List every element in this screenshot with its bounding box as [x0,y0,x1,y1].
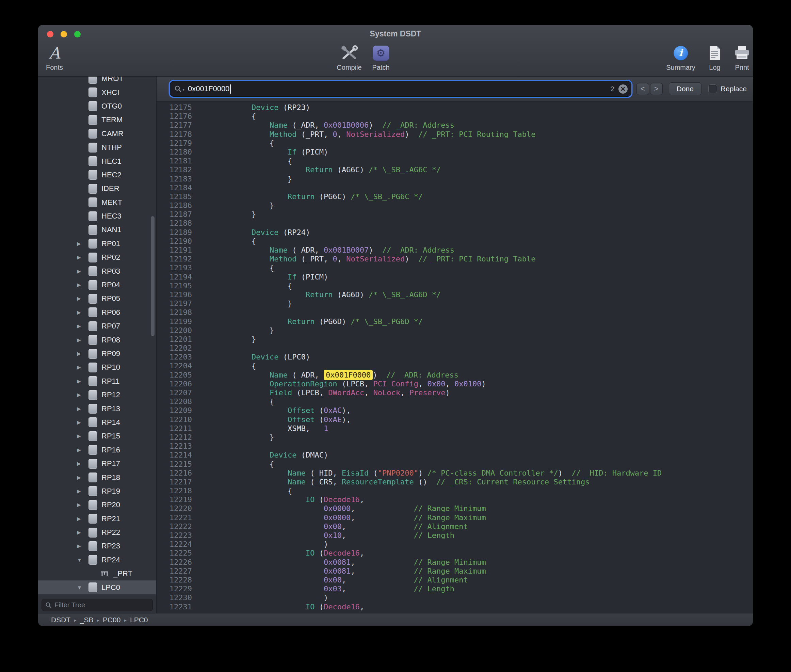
sidebar-item-nthp[interactable]: NTHP [38,141,156,154]
sidebar-item-hec1[interactable]: HEC1 [38,154,156,168]
compile-button[interactable]: Compile [337,43,361,72]
line-number: 12185 [157,192,192,201]
sidebar-item-nan1[interactable]: NAN1 [38,223,156,237]
breadcrumb-item-lpc0[interactable]: LPC0 [130,616,148,624]
sidebar-item-label: RP20 [101,501,120,509]
disclosure-triangle-icon[interactable]: ▶ [77,364,88,370]
disclosure-triangle-icon[interactable]: ▶ [77,392,88,398]
sidebar-item-rp05[interactable]: ▶RP05 [38,292,156,306]
search-match-highlight: 0x001F0000 [324,370,373,380]
sidebar-item-rp17[interactable]: ▶RP17 [38,457,156,470]
search-field[interactable]: ▾ 0x001F0000 2 ✕ [170,82,631,96]
disclosure-triangle-icon[interactable]: ▶ [77,254,88,261]
sidebar-item-rp04[interactable]: ▶RP04 [38,278,156,292]
sidebar-item-otg0[interactable]: OTG0 [38,99,156,113]
replace-checkbox[interactable] [708,85,717,93]
disclosure-triangle-icon[interactable]: ▶ [77,502,88,508]
scope-icon [88,115,97,125]
code-line: Name (_HID, EisaId ("PNP0200") /* PC-cla… [216,469,753,478]
disclosure-triangle-icon[interactable]: ▼ [77,584,88,590]
print-button[interactable]: Print [734,43,750,72]
search-menu-chevron-icon[interactable]: ▾ [182,87,184,92]
sidebar-item-rp06[interactable]: ▶RP06 [38,306,156,319]
filter-tree-input[interactable] [54,601,149,609]
sidebar-item-lpc0[interactable]: ▼LPC0 [38,581,156,594]
disclosure-triangle-icon[interactable]: ▶ [77,406,88,412]
disclosure-triangle-icon[interactable]: ▶ [77,241,88,247]
disclosure-triangle-icon[interactable]: ▶ [77,309,88,315]
sidebar-item-mekt[interactable]: MEKT [38,196,156,210]
disclosure-triangle-icon[interactable]: ▶ [77,461,88,467]
sidebar-scrollbar[interactable] [151,216,155,336]
sidebar-item-rp12[interactable]: ▶RP12 [38,388,156,402]
patch-button[interactable]: ⚙ Patch [372,43,389,72]
sidebar-item-xhci[interactable]: XHCI [38,85,156,99]
disclosure-triangle-icon[interactable]: ▶ [77,530,88,536]
sidebar-item-rp14[interactable]: ▶RP14 [38,416,156,429]
sidebar-item-rp11[interactable]: ▶RP11 [38,374,156,388]
sidebar-item-rp13[interactable]: ▶RP13 [38,402,156,415]
clear-search-button[interactable]: ✕ [618,85,628,94]
sidebar-item-rp08[interactable]: ▶RP08 [38,333,156,347]
sidebar-item-rp19[interactable]: ▶RP19 [38,485,156,498]
sidebar-item-ider[interactable]: IDER [38,182,156,195]
sidebar-item-term[interactable]: TERM [38,113,156,126]
scope-icon [88,266,97,276]
previous-match-button[interactable]: < [636,83,649,95]
disclosure-triangle-icon[interactable]: ▶ [77,296,88,302]
sidebar-item-rp22[interactable]: ▶RP22 [38,526,156,539]
line-number: 12193 [157,264,192,272]
disclosure-triangle-icon[interactable]: ▶ [77,419,88,426]
sidebar-item-hec2[interactable]: HEC2 [38,168,156,182]
sidebar-item-rp20[interactable]: ▶RP20 [38,498,156,512]
disclosure-triangle-icon[interactable]: ▶ [77,350,88,357]
scope-icon [88,322,97,331]
scope-icon [88,376,97,386]
sidebar-item-hec3[interactable]: HEC3 [38,210,156,223]
code-area[interactable]: Device (RP23) { Name (_ADR, 0x001B0006) … [197,101,753,613]
disclosure-triangle-icon[interactable]: ▶ [77,268,88,274]
disclosure-triangle-icon[interactable]: ▶ [77,323,88,329]
sidebar-item-label: CAMR [101,130,123,138]
compile-icon [340,43,358,63]
code-line: ) [216,540,753,549]
sidebar-item-rp15[interactable]: ▶RP15 [38,429,156,443]
sidebar-item-rp24[interactable]: ▼RP24 [38,553,156,567]
disclosure-triangle-icon[interactable]: ▶ [77,378,88,384]
sidebar-item-rp21[interactable]: ▶RP21 [38,512,156,526]
line-number: 12201 [157,335,192,344]
disclosure-triangle-icon[interactable]: ▶ [77,282,88,288]
scope-icon [88,156,97,166]
disclosure-triangle-icon[interactable]: ▶ [77,433,88,439]
disclosure-triangle-icon[interactable]: ▶ [77,337,88,343]
breadcrumb-item-pc00[interactable]: PC00 [103,616,121,624]
sidebar-item-rp18[interactable]: ▶RP18 [38,470,156,484]
sidebar-item-rp07[interactable]: ▶RP07 [38,319,156,333]
done-button[interactable]: Done [669,82,702,95]
breadcrumb-separator-icon: ▸ [124,617,126,623]
sidebar-item-prt[interactable]: _PRT [38,567,156,581]
disclosure-triangle-icon[interactable]: ▶ [77,543,88,549]
disclosure-triangle-icon[interactable]: ▼ [77,557,88,563]
sidebar-item-camr[interactable]: CAMR [38,127,156,141]
disclosure-triangle-icon[interactable]: ▶ [77,488,88,494]
sidebar-item-rp01[interactable]: ▶RP01 [38,237,156,251]
sidebar-item-rp02[interactable]: ▶RP02 [38,251,156,264]
sidebar-item-rp23[interactable]: ▶RP23 [38,539,156,553]
sidebar-item-rp03[interactable]: ▶RP03 [38,264,156,278]
sidebar-item-label: RP18 [101,473,120,482]
filter-tree-field[interactable] [42,599,153,611]
summary-button[interactable]: i Summary [666,43,695,72]
sidebar-item-rp09[interactable]: ▶RP09 [38,347,156,360]
next-match-button[interactable]: > [650,83,663,95]
disclosure-triangle-icon[interactable]: ▶ [77,516,88,522]
disclosure-triangle-icon[interactable]: ▶ [77,475,88,481]
disclosure-triangle-icon[interactable]: ▶ [77,447,88,453]
sidebar-item-rp16[interactable]: ▶RP16 [38,443,156,457]
sidebar-item-mrot[interactable]: MROT [38,77,156,85]
fonts-button[interactable]: A Fonts [46,43,63,72]
sidebar-item-rp10[interactable]: ▶RP10 [38,360,156,374]
log-button[interactable]: Log [709,43,721,72]
breadcrumb-item-dsdt[interactable]: DSDT [51,616,70,624]
breadcrumb-item-sb[interactable]: _SB [80,616,94,624]
